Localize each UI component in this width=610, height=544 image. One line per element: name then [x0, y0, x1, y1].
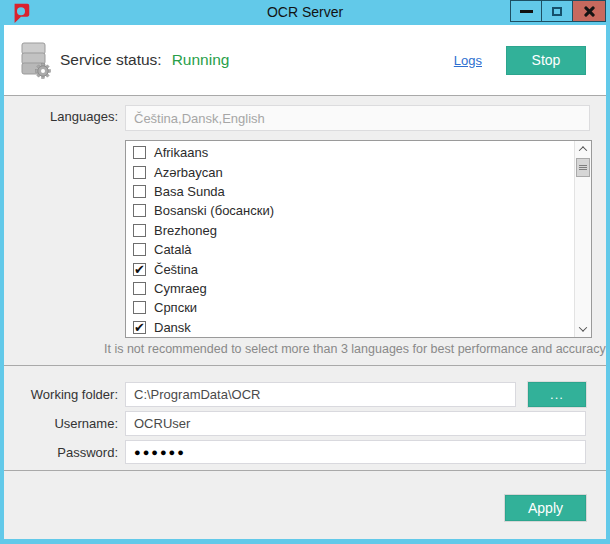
language-list-item[interactable]: Català — [126, 240, 591, 259]
settings-form-panel: Working folder: ... Username: Password: — [4, 366, 606, 471]
grip-icon — [579, 165, 587, 170]
content-area: Service status: Running Logs Stop Langua… — [4, 25, 606, 539]
password-input[interactable] — [125, 440, 586, 464]
language-label: Català — [154, 242, 192, 257]
language-list-item[interactable]: Bosanski (босански) — [126, 201, 591, 220]
scroll-down-button[interactable] — [575, 321, 591, 337]
checkbox-unchecked-icon[interactable] — [133, 301, 146, 314]
languages-panel: Languages: AfrikaansAzərbaycanBasa Sunda… — [4, 96, 606, 366]
logs-link[interactable]: Logs — [454, 53, 482, 68]
language-label: Azərbaycan — [154, 165, 223, 180]
checkbox-unchecked-icon[interactable] — [133, 166, 146, 179]
chevron-down-icon — [579, 323, 587, 331]
language-label: Čeština — [154, 262, 198, 277]
username-input[interactable] — [125, 411, 586, 436]
checkbox-unchecked-icon[interactable] — [133, 204, 146, 217]
checkbox-unchecked-icon[interactable] — [133, 282, 146, 295]
working-folder-label: Working folder: — [4, 387, 118, 402]
checkbox-unchecked-icon[interactable] — [133, 224, 146, 237]
titlebar[interactable]: OCR Server — [0, 0, 610, 25]
scrollbar-thumb[interactable] — [576, 158, 590, 177]
checkbox-checked-icon[interactable]: ✔ — [133, 263, 146, 276]
languages-note: It is not recommended to select more tha… — [104, 342, 606, 356]
language-list-item[interactable]: Afrikaans — [126, 143, 591, 162]
window-controls — [511, 0, 606, 22]
language-label: Српски — [154, 300, 197, 315]
maximize-icon — [552, 7, 562, 16]
languages-listbox: AfrikaansAzərbaycanBasa SundaBosanski (б… — [125, 140, 592, 338]
service-status-panel: Service status: Running Logs Stop — [4, 25, 606, 96]
checkbox-unchecked-icon[interactable] — [133, 146, 146, 159]
scrollbar[interactable] — [574, 141, 591, 337]
language-label: Basa Sunda — [154, 184, 225, 199]
browse-button[interactable]: ... — [528, 382, 586, 407]
language-label: Brezhoneg — [154, 223, 217, 238]
close-button[interactable] — [572, 0, 606, 22]
apply-button[interactable]: Apply — [505, 495, 586, 521]
scroll-up-button[interactable] — [575, 141, 591, 157]
working-folder-input[interactable] — [125, 382, 516, 407]
language-list-item[interactable]: ✔Dansk — [126, 318, 591, 337]
languages-label: Languages: — [4, 109, 118, 124]
minimize-icon — [520, 10, 533, 13]
language-list-item[interactable]: Cymraeg — [126, 279, 591, 298]
language-list-item[interactable]: Brezhoneg — [126, 221, 591, 240]
ocr-server-window: OCR Server — [0, 0, 610, 544]
service-status-label: Service status: — [60, 51, 162, 69]
language-label: Afrikaans — [154, 145, 208, 160]
minimize-button[interactable] — [510, 0, 542, 22]
language-list-item[interactable]: Deutsch — [126, 337, 591, 338]
checkbox-checked-icon[interactable]: ✔ — [133, 321, 146, 334]
language-label: Bosanski (босански) — [154, 203, 274, 218]
service-status-value: Running — [172, 51, 230, 69]
checkbox-unchecked-icon[interactable] — [133, 243, 146, 256]
close-icon — [583, 5, 596, 18]
language-list-item[interactable]: Српски — [126, 298, 591, 317]
database-service-icon — [16, 40, 52, 80]
password-label: Password: — [4, 445, 118, 460]
username-label: Username: — [4, 416, 118, 431]
language-list-item[interactable]: ✔Čeština — [126, 259, 591, 278]
language-list-item[interactable]: Basa Sunda — [126, 182, 591, 201]
language-label: Cymraeg — [154, 281, 207, 296]
maximize-button[interactable] — [541, 0, 573, 22]
language-list-item[interactable]: Azərbaycan — [126, 162, 591, 181]
language-label: Dansk — [154, 320, 191, 335]
languages-list: AfrikaansAzərbaycanBasa SundaBosanski (б… — [126, 141, 591, 338]
footer-bar: Apply — [4, 471, 606, 539]
languages-summary-input[interactable] — [125, 105, 590, 131]
chevron-up-icon — [579, 146, 587, 154]
stop-button[interactable]: Stop — [506, 46, 586, 75]
checkbox-unchecked-icon[interactable] — [133, 185, 146, 198]
